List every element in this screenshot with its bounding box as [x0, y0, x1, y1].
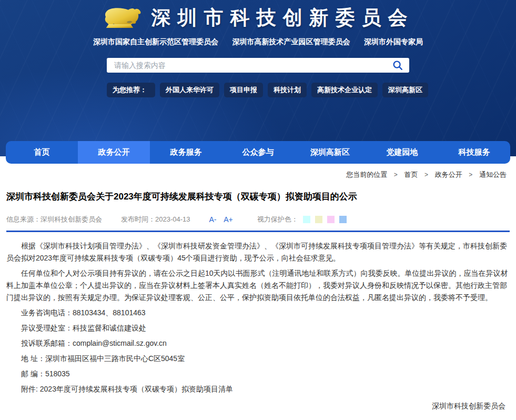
nav-item-hightech-zone[interactable]: 深圳高新区 — [294, 141, 366, 164]
eye-protect-label: 视力保护色： — [257, 215, 298, 224]
paragraph: 根据《深圳市科技计划项目管理办法》、《深圳市科技研发资金管理办法》、《深圳市可持… — [6, 240, 510, 264]
sub-link-foreign-experts[interactable]: 深圳市外国专家局 — [364, 37, 423, 46]
bull-logo-icon — [102, 4, 143, 32]
nav-item-public-participation[interactable]: 公众参与 — [222, 141, 294, 164]
article-meta: 信息来源：深圳科技创新委员会 发布时间：2023-04-13 A- A+ 视力保… — [6, 215, 510, 224]
signature-org: 深圳市科技创新委员会 — [6, 402, 505, 411]
eye-protect-group: 视力保护色： — [257, 215, 347, 224]
title-divider — [6, 231, 510, 232]
site-branding[interactable]: 深圳市科技创新委员会 — [0, 0, 516, 32]
font-smaller-button[interactable]: A- — [209, 215, 217, 224]
breadcrumb-prefix: 您当前的位置 — [346, 171, 387, 178]
nav-item-tech-services[interactable]: 科技服务 — [438, 141, 510, 164]
page-title: 深圳市科技创新委员会关于2023年度可持续发展科技专项（双碳专项）拟资助项目的公… — [6, 191, 510, 203]
breadcrumb-separator: > — [424, 171, 428, 178]
breadcrumb-notices[interactable]: 通知公告 — [479, 171, 507, 178]
main-nav: 首页 政务公开 政务服务 公众参与 深圳高新区 党建园地 科技服务 — [6, 141, 510, 164]
signature-block: 深圳市科技创新委员会 2023年4月12日 — [6, 402, 510, 420]
search-input[interactable] — [107, 58, 409, 73]
eye-color-blue-swatch[interactable] — [339, 216, 347, 223]
affiliated-links: 深圳市国家自主创新示范区管理委员会 深圳市高新技术产业园区管理委员会 深圳市外国… — [0, 37, 516, 47]
sub-link-innovation-zone[interactable]: 深圳市国家自主创新示范区管理委员会 — [93, 37, 218, 46]
objection-office-line: 异议受理处室：科技监督和诚信建设处 — [6, 322, 510, 334]
attachment-line: 附件: 2023年度可持续发展科技专项（双碳专项）拟资助项目清单 — [6, 383, 510, 395]
info-source: 信息来源：深圳科技创新委员会 — [6, 215, 102, 224]
tag-project-application[interactable]: 项目申报 — [224, 83, 263, 97]
main-content: 您当前的位置 > 首页 > 政务公开 > 通知公告 深圳市科技创新委员会关于20… — [0, 170, 516, 420]
font-size-controls: A- A+ — [209, 215, 238, 224]
search-button[interactable] — [391, 59, 404, 71]
search-icon — [392, 65, 403, 73]
nav-item-gov-services[interactable]: 政务服务 — [150, 141, 222, 164]
nav-item-home[interactable]: 首页 — [6, 141, 78, 164]
postcode-line: 邮 编：518035 — [6, 368, 510, 380]
breadcrumb: 您当前的位置 > 首页 > 政务公开 > 通知公告 — [6, 170, 510, 179]
eye-color-yellow-swatch[interactable] — [315, 216, 322, 223]
paragraph: 任何单位和个人对公示项目持有异议的，请在公示之日起10天内以书面形式（注明通讯地… — [6, 267, 510, 304]
recommend-label: 为您推荐： — [107, 83, 155, 97]
breadcrumb-separator: > — [394, 171, 398, 178]
recommend-tags: 为您推荐： 外国人来华许可 项目申报 科技计划 高新技术企业认定 深圳高新区 — [107, 83, 409, 97]
breadcrumb-gov-disclosure[interactable]: 政务公开 — [435, 171, 462, 178]
site-header: 深圳市科技创新委员会 深圳市国家自主创新示范区管理委员会 深圳市高新技术产业园区… — [0, 0, 516, 156]
address-line: 地 址：深圳市福田区福中三路市民中心C区5045室 — [6, 353, 510, 365]
site-title: 深圳市科技创新委员会 — [151, 5, 414, 31]
nav-item-gov-disclosure[interactable]: 政务公开 — [78, 141, 150, 164]
search-bar — [107, 58, 409, 73]
tag-foreigner-permit[interactable]: 外国人来华许可 — [160, 83, 219, 97]
complaint-email-line: 投诉联系邮箱：complain@sticmail.sz.gov.cn — [6, 337, 510, 349]
breadcrumb-separator: > — [469, 171, 472, 178]
nav-item-party-building[interactable]: 党建园地 — [366, 141, 438, 164]
publish-date: 发布时间：2023-04-13 — [121, 215, 190, 224]
eye-color-cyan-swatch[interactable] — [303, 216, 310, 223]
consult-phone-line: 业务咨询电话：88103434、88101463 — [6, 307, 510, 319]
sub-link-hightech-park[interactable]: 深圳市高新技术产业园区管理委员会 — [232, 37, 350, 46]
tag-shenzhen-hightech-zone[interactable]: 深圳高新区 — [382, 83, 428, 97]
article-body: 根据《深圳市科技计划项目管理办法》、《深圳市科技研发资金管理办法》、《深圳市可持… — [6, 240, 510, 420]
eye-color-pink-swatch[interactable] — [327, 216, 335, 223]
tag-tech-plan[interactable]: 科技计划 — [268, 83, 307, 97]
breadcrumb-home[interactable]: 首页 — [404, 171, 418, 178]
tag-hightech-enterprise[interactable]: 高新技术企业认定 — [311, 83, 378, 97]
font-larger-button[interactable]: A+ — [224, 215, 233, 224]
